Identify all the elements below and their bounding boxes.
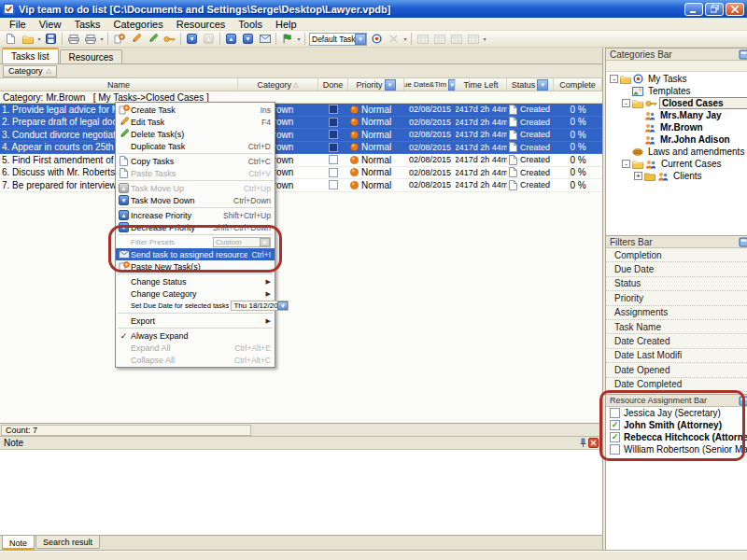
menu-item-change-status[interactable]: Change Status▶ bbox=[116, 275, 275, 287]
open-list-button[interactable] bbox=[20, 32, 35, 47]
float-panel-icon[interactable] bbox=[739, 237, 747, 247]
menu-item-delete-task-s-[interactable]: Delete Task(s) bbox=[116, 128, 275, 140]
tab-search-result[interactable]: Search result bbox=[35, 536, 100, 549]
save-button[interactable] bbox=[43, 32, 59, 47]
menu-item-send-task-to-assigned-resource[interactable]: Send task to assigned resourceCtrl+I bbox=[116, 248, 275, 260]
close-panel-icon[interactable] bbox=[588, 438, 599, 448]
send-task-button[interactable] bbox=[257, 32, 273, 47]
print-button[interactable] bbox=[65, 32, 81, 47]
column-header-done[interactable]: Done bbox=[318, 78, 348, 91]
close-button[interactable] bbox=[726, 3, 744, 16]
menu-item-increase-priority[interactable]: ▲Increase PriorityShift+Ctrl+Up bbox=[116, 209, 275, 221]
apply-view-button[interactable] bbox=[369, 32, 385, 47]
toolbar-overflow-icon[interactable]: ▾ bbox=[99, 35, 105, 42]
toolbar-overflow-icon[interactable]: ▾ bbox=[402, 35, 408, 42]
done-checkbox[interactable] bbox=[329, 155, 338, 164]
filter-row-status[interactable]: Status▼ bbox=[606, 277, 747, 291]
filter-row-assignments[interactable]: Assignments▼ bbox=[606, 306, 747, 320]
tree-item-closed-cases[interactable]: -Closed Cases77 bbox=[606, 97, 747, 109]
column-header-complete[interactable]: Complete bbox=[554, 78, 602, 91]
create-task-button[interactable] bbox=[111, 32, 127, 47]
grid-view-2-button[interactable] bbox=[431, 32, 447, 47]
tab-note[interactable]: Note bbox=[2, 536, 35, 551]
tree-item-mr-john-adison[interactable]: Mr.John Adison bbox=[606, 133, 747, 146]
done-checkbox[interactable] bbox=[329, 105, 338, 114]
assign-key-button[interactable] bbox=[162, 32, 177, 47]
menu-item-copy-tasks[interactable]: Copy TasksCtrl+C bbox=[116, 155, 275, 167]
menu-item-filter-presets[interactable]: Filter PresetsCustom▼ bbox=[116, 236, 275, 248]
tree-item-laws-and-amendments[interactable]: Laws and amendments bbox=[606, 146, 747, 158]
restore-button[interactable] bbox=[705, 3, 724, 16]
task-row[interactable]: 5. Find First amendment of Bill Of RighM… bbox=[0, 154, 602, 167]
task-view-combo[interactable]: Default Task V▼ bbox=[309, 33, 367, 46]
float-panel-icon[interactable] bbox=[739, 49, 747, 60]
filter-row-task-name[interactable]: Task Name bbox=[606, 320, 747, 334]
menu-tasks[interactable]: Tasks bbox=[67, 19, 106, 30]
menu-categories[interactable]: Categories bbox=[107, 19, 170, 30]
menu-help[interactable]: Help bbox=[269, 19, 303, 30]
task-move-down-button[interactable]: ▼ bbox=[184, 32, 200, 47]
menu-file[interactable]: File bbox=[3, 19, 33, 30]
filter-dropdown-icon[interactable]: ▼ bbox=[385, 79, 396, 91]
decrease-priority-button[interactable]: ▼ bbox=[240, 32, 256, 47]
task-row[interactable]: 4. Appear in courts on 25th of DecemMr.B… bbox=[0, 142, 602, 155]
delete-view-button[interactable] bbox=[386, 32, 402, 47]
menu-item-decrease-priority[interactable]: ▼Decrease PriorityShift+Ctrl+Down bbox=[116, 221, 275, 233]
tree-item-mr-brown[interactable]: Mr.Brown77 bbox=[606, 121, 747, 133]
menu-item-always-expand[interactable]: ✓Always Expand bbox=[116, 329, 275, 342]
tree-item-current-cases[interactable]: -Current Cases bbox=[606, 158, 747, 170]
group-by-chip[interactable]: Category△ bbox=[3, 65, 57, 77]
minimize-button[interactable] bbox=[684, 3, 703, 16]
grid-view-3-button[interactable] bbox=[448, 32, 464, 47]
new-list-button[interactable] bbox=[3, 32, 19, 47]
tree-item-mrs-many-jay[interactable]: Mrs.Many Jay bbox=[606, 109, 747, 121]
filter-row-completion[interactable]: Completion▼ bbox=[606, 248, 747, 262]
tree-item-templates[interactable]: Templates bbox=[606, 85, 747, 97]
done-checkbox[interactable] bbox=[329, 168, 338, 177]
tree-item-my-tasks[interactable]: -My Tasks77 bbox=[606, 73, 747, 85]
task-move-up-button[interactable]: ▲ bbox=[201, 32, 217, 47]
filter-row-date-last-modifi[interactable]: Date Last Modifi▼ bbox=[606, 349, 747, 363]
menu-tools[interactable]: Tools bbox=[232, 19, 269, 30]
task-row[interactable]: 3. Conduct divorce negotiations with tMr… bbox=[0, 129, 602, 142]
toolbar-overflow-icon[interactable]: ▾ bbox=[296, 35, 302, 42]
filter-row-due-date[interactable]: Due Date▼ bbox=[606, 262, 747, 276]
column-header-ue-date-tim[interactable]: ue Date&Tim▼ bbox=[404, 78, 456, 91]
done-checkbox[interactable] bbox=[329, 130, 338, 139]
collapse-icon[interactable]: - bbox=[622, 160, 630, 168]
toolbar-overflow-icon[interactable]: ▾ bbox=[482, 35, 487, 42]
filter-dropdown-icon[interactable]: ▼ bbox=[448, 79, 456, 91]
menu-item-paste-new-task-s-[interactable]: Paste New Task(s) bbox=[116, 260, 275, 273]
grid-view-4-button[interactable] bbox=[465, 32, 481, 47]
column-header-priority[interactable]: Priority▼ bbox=[348, 78, 404, 91]
resource-checkbox[interactable]: ✓ bbox=[610, 432, 620, 442]
resource-row[interactable]: Jessica Jay (Secretary) bbox=[606, 407, 747, 419]
delete-task-button[interactable] bbox=[145, 32, 161, 47]
float-panel-icon[interactable] bbox=[739, 396, 747, 406]
column-header-category[interactable]: Category△ bbox=[238, 78, 318, 91]
column-header-name[interactable]: Name bbox=[0, 78, 238, 91]
column-header-time-left[interactable]: Time Left bbox=[456, 78, 507, 91]
menu-resources[interactable]: Resources bbox=[170, 19, 233, 30]
chevron-down-icon[interactable]: ▼ bbox=[355, 34, 366, 45]
increase-priority-button[interactable]: ▲ bbox=[223, 32, 239, 47]
menu-item-collapse-all[interactable]: Collapse AllCtrl+Alt+C bbox=[116, 354, 275, 366]
menu-item-change-category[interactable]: Change Category▶ bbox=[116, 287, 275, 300]
menu-combo[interactable]: Thu 18/12/2008▼ bbox=[231, 301, 289, 311]
menu-item-create-task[interactable]: Create TaskIns bbox=[116, 104, 275, 116]
edit-task-button[interactable] bbox=[128, 32, 144, 47]
resource-checkbox[interactable] bbox=[610, 408, 620, 418]
tree-item-clients[interactable]: +Clients bbox=[606, 170, 747, 182]
done-checkbox[interactable] bbox=[329, 180, 338, 189]
task-row[interactable]: 6. Discuss with Mr. Robertson the amMr.B… bbox=[0, 167, 602, 180]
toolbar-overflow-icon[interactable]: ▾ bbox=[36, 35, 42, 42]
column-header-status[interactable]: Status▼ bbox=[507, 78, 554, 91]
filter-row-date-completed[interactable]: Date Completed▼ bbox=[606, 378, 747, 392]
menu-item-export[interactable]: Export▶ bbox=[116, 315, 275, 327]
menu-item-set-due-date-for-selected-tasks[interactable]: Set Due Date for selected tasksThu 18/12… bbox=[116, 300, 275, 312]
menu-item-expand-all[interactable]: Expand AllCtrl+Alt+E bbox=[116, 342, 275, 354]
expand-icon[interactable]: + bbox=[634, 172, 642, 180]
done-checkbox[interactable] bbox=[329, 143, 338, 152]
task-row[interactable]: 7. Be prepared for interview with clienM… bbox=[0, 179, 602, 192]
filter-row-date-opened[interactable]: Date Opened▼ bbox=[606, 363, 747, 377]
